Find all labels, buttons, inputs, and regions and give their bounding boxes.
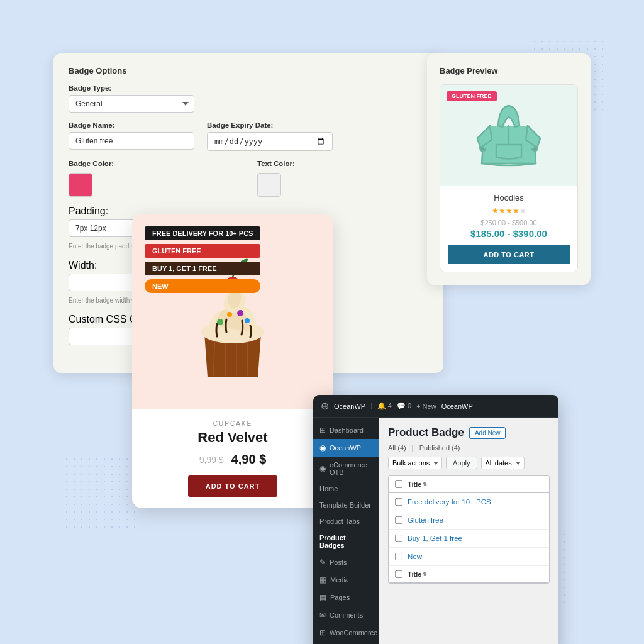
hoodie-illustration — [474, 94, 543, 176]
row-checkbox-4[interactable] — [395, 553, 402, 560]
sidebar-item-product-badges[interactable]: Product Badges — [313, 530, 379, 553]
product-add-to-cart-button[interactable]: ADD TO CART — [188, 475, 278, 497]
media-icon: ▦ — [319, 575, 326, 584]
preview-old-price: $250.00 - $500.00 — [448, 219, 570, 226]
sidebar-label-posts: Posts — [330, 558, 347, 566]
preview-add-to-cart-button[interactable]: ADD TO CART — [448, 245, 570, 264]
table-row: Buy 1, Get 1 free — [389, 530, 549, 548]
wp-filters: All (4) | Published (4) — [388, 444, 550, 452]
row-title-1[interactable]: Free delivery for 10+ PCS — [408, 498, 491, 506]
wp-user-label[interactable]: OceanWP — [441, 402, 473, 410]
preview-stars: ★★★★★ — [448, 206, 570, 215]
date-filter-select[interactable]: All dates — [481, 457, 525, 469]
wp-notifications: 🔔 4 — [377, 402, 392, 410]
row-title-4[interactable]: New — [408, 553, 422, 560]
svg-point-8 — [227, 312, 232, 317]
sidebar-label-ecommerce: eCommerce OTB — [330, 461, 372, 476]
dot-decoration-bl — [63, 455, 138, 531]
sidebar-item-ecommerce[interactable]: ◉ eCommerce OTB — [313, 457, 379, 480]
apply-button[interactable]: Apply — [446, 457, 477, 469]
sidebar-item-posts[interactable]: ✎ Posts — [313, 553, 379, 571]
dashboard-icon: ⊞ — [319, 426, 326, 435]
sidebar-item-media[interactable]: ▦ Media — [313, 571, 379, 589]
product-category: CUPCAKE — [145, 420, 321, 427]
wp-table: Title ⇅ Free delivery for 10+ PCS Gluten… — [388, 475, 550, 584]
wp-sidebar: ⊞ Dashboard ◉ OceanWP ◉ eCommerce OTB Ho… — [313, 418, 379, 644]
pages-icon: ▤ — [319, 593, 326, 602]
badge-color-swatch[interactable] — [69, 173, 92, 197]
text-color-label: Text Color: — [257, 160, 333, 167]
sidebar-item-oceanwp[interactable]: ◉ OceanWP — [313, 439, 379, 457]
sidebar-item-home[interactable]: Home — [313, 480, 379, 497]
woo-icon: ⊞ — [319, 628, 326, 637]
oceanwp-icon: ◉ — [319, 443, 326, 452]
filter-published[interactable]: Published (4) — [419, 444, 460, 452]
wp-admin-panel: ⊕ OceanWP | 🔔 4 💬 0 + New OceanWP ⊞ Dash… — [313, 395, 558, 644]
preview-image-area: GLUTEN FREE — [440, 85, 577, 186]
sidebar-item-pages[interactable]: ▤ Pages — [313, 589, 379, 606]
row-title-3[interactable]: Buy 1, Get 1 free — [408, 535, 462, 542]
ecommerce-icon: ◉ — [319, 464, 326, 473]
select-all-checkbox[interactable] — [395, 480, 402, 488]
sidebar-item-template-builder[interactable]: Template Builder — [313, 497, 379, 513]
badge-name-label: Badge Name: — [69, 121, 194, 129]
sidebar-label-woo: WooCommerce — [330, 629, 377, 636]
badge-buy-one: BUY 1, GET 1 FREE — [145, 262, 260, 275]
sidebar-label-media: Media — [330, 576, 349, 584]
product-new-price: 4,90 $ — [231, 452, 267, 467]
product-card: FREE DELIVERY FOR 10+ PCS GLUTEN FREE BU… — [132, 214, 333, 508]
wp-comments-count: 💬 0 — [397, 402, 411, 410]
table-footer-col-title: Title ⇅ — [408, 570, 427, 578]
table-col-title: Title ⇅ — [408, 480, 427, 488]
table-header-row: Title ⇅ — [389, 476, 549, 493]
wp-main: ⊞ Dashboard ◉ OceanWP ◉ eCommerce OTB Ho… — [313, 418, 558, 644]
bulk-actions-select[interactable]: Bulk actions — [388, 457, 442, 469]
badge-expiry-input[interactable] — [207, 132, 333, 151]
badge-gluten-free: GLUTEN FREE — [145, 244, 260, 258]
sidebar-label-template: Template Builder — [319, 501, 371, 509]
row-checkbox-1[interactable] — [395, 498, 402, 506]
badge-options-title: Badge Options — [69, 66, 428, 75]
sidebar-item-product-tabs[interactable]: Product Tabs — [313, 513, 379, 530]
sidebar-item-woocommerce[interactable]: ⊞ WooCommerce — [313, 624, 379, 641]
wp-logo-icon: ⊕ — [321, 400, 329, 412]
content-title-text: Product Badge — [388, 426, 464, 439]
row-title-2[interactable]: Gluten free — [408, 516, 443, 524]
preview-new-price: $185.00 - $390.00 — [448, 228, 570, 239]
footer-select-all-checkbox[interactable] — [395, 570, 402, 578]
sidebar-label-home: Home — [319, 485, 338, 492]
footer-sort-icon[interactable]: ⇅ — [423, 572, 427, 577]
text-color-swatch[interactable] — [257, 173, 281, 197]
row-checkbox-2[interactable] — [395, 516, 402, 524]
badge-type-label: Badge Type: — [69, 84, 194, 92]
svg-point-7 — [217, 319, 223, 325]
sort-icon[interactable]: ⇅ — [423, 482, 427, 487]
wp-content-title: Product Badge Add New — [388, 426, 550, 439]
svg-point-10 — [245, 318, 250, 323]
product-card-info: CUPCAKE Red Velvet 9,99 $ 4,90 $ ADD TO … — [132, 409, 333, 508]
add-new-button[interactable]: Add New — [469, 427, 506, 439]
wp-new-link[interactable]: + New — [416, 402, 436, 410]
wp-site-name[interactable]: OceanWP — [334, 402, 365, 410]
posts-icon: ✎ — [319, 558, 326, 567]
badge-preview-title: Badge Preview — [440, 66, 578, 75]
product-name: Red Velvet — [145, 430, 321, 446]
filter-all[interactable]: All (4) — [388, 444, 406, 452]
wp-content: Product Badge Add New All (4) | Publishe… — [379, 418, 558, 644]
badge-new: NEW — [145, 279, 260, 293]
row-checkbox-3[interactable] — [395, 535, 402, 542]
preview-info: Hoodies ★★★★★ $250.00 - $500.00 $185.00 … — [440, 186, 577, 272]
svg-point-9 — [237, 310, 243, 316]
badge-name-input[interactable] — [69, 132, 194, 150]
sidebar-item-comments[interactable]: ✉ Comments — [313, 606, 379, 624]
sidebar-label-product-badges: Product Badges — [319, 534, 372, 549]
sidebar-label-pages: Pages — [330, 594, 350, 601]
product-badges: FREE DELIVERY FOR 10+ PCS GLUTEN FREE BU… — [145, 226, 260, 293]
sidebar-label-product-tabs: Product Tabs — [319, 518, 360, 525]
sidebar-label-dashboard: Dashboard — [330, 426, 364, 434]
sidebar-item-dashboard[interactable]: ⊞ Dashboard — [313, 421, 379, 439]
badge-type-select[interactable]: General Sale New Hot — [69, 95, 194, 113]
preview-product-name: Hoodies — [448, 193, 570, 203]
comments-icon: ✉ — [319, 611, 326, 619]
table-row: New — [389, 548, 549, 566]
